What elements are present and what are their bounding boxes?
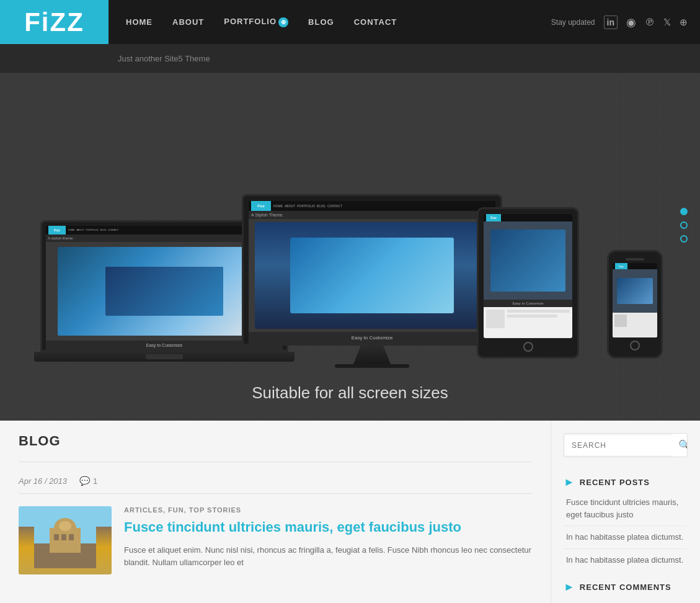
post-text: ARTICLES, FUN, TOP STORIES Fusce tincidu… <box>124 506 532 574</box>
sub-header: Just another Site5 Theme <box>0 44 700 73</box>
svg-point-4 <box>59 521 71 531</box>
search-button[interactable]: 🔍 <box>672 434 688 457</box>
slider-dot-2[interactable] <box>680 221 688 229</box>
comment-icon: 💬 <box>79 476 90 486</box>
blog-section: BLOG Apr 16 / 2013 💬 1 <box>0 421 700 603</box>
social-bar: Stay updated in ◉ ℗ 𝕏 ⊕ <box>551 16 700 29</box>
hero-section: Fizz HOME ABOUT PORTFOLIO BLOG CONTACT A… <box>0 73 700 421</box>
sidebar-divider-1 <box>564 525 688 526</box>
imac-caption: Easy to Customize <box>249 332 495 344</box>
post-categories: ARTICLES, FUN, TOP STORIES <box>124 506 532 514</box>
blog-title: BLOG <box>19 433 532 449</box>
thumbnail-image <box>34 512 96 568</box>
imac-screen: Fizz HOME ABOUT PORTFOLIO BLOG CONTACT A… <box>249 201 495 344</box>
logo-block[interactable]: FiZZ <box>0 0 109 44</box>
svg-rect-6 <box>61 534 66 540</box>
post-heading[interactable]: Fusce tincidunt ultricies mauris, eget f… <box>124 519 532 537</box>
recent-posts-arrow-icon: ► <box>564 476 575 489</box>
sidebar: 🔍 ► RECENT POSTS Fusce tincidunt ultrici… <box>551 421 700 603</box>
nav-contact[interactable]: CONTACT <box>354 17 397 27</box>
iphone-device: Fizz <box>607 250 663 359</box>
twitter-icon[interactable]: 𝕏 <box>663 17 671 28</box>
ipad-device: Fizz Easy to Customize <box>477 207 579 359</box>
recent-posts-section: ► RECENT POSTS Fusce tincidunt ultricies… <box>564 476 688 566</box>
pinterest-icon[interactable]: ℗ <box>645 16 655 28</box>
ipad-screen: Fizz Easy to Customize <box>484 214 572 338</box>
recent-posts-header: ► RECENT POSTS <box>564 476 688 489</box>
search-input[interactable] <box>564 436 672 455</box>
hero-caption: Suitable for all screen sizes <box>252 377 448 415</box>
comment-count: 1 <box>93 476 97 486</box>
dribbble-icon[interactable]: ◉ <box>626 16 636 29</box>
blog-divider <box>19 462 532 462</box>
imac-device: Fizz HOME ABOUT PORTFOLIO BLOG CONTACT A… <box>242 194 502 368</box>
post-date: Apr 16 / 2013 <box>19 476 67 486</box>
nav-portfolio[interactable]: PORTFOLIO⊕ <box>224 17 288 27</box>
post-excerpt: Fusce et aliquet enim. Nunc nisl nisi, r… <box>124 544 532 570</box>
nav-links: HOME ABOUT PORTFOLIO⊕ BLOG CONTACT <box>109 17 551 27</box>
recent-post-1[interactable]: Fusce tincidunt ultricies mauris, eget f… <box>564 496 688 520</box>
linkedin-icon[interactable]: in <box>604 16 618 29</box>
main-navigation: FiZZ HOME ABOUT PORTFOLIO⊕ BLOG CONTACT … <box>0 0 700 44</box>
recent-comments-arrow-icon: ► <box>564 581 575 594</box>
svg-rect-7 <box>69 534 74 540</box>
imac-frame: Fizz HOME ABOUT PORTFOLIO BLOG CONTACT A… <box>242 194 502 346</box>
sidebar-divider-2 <box>564 548 688 549</box>
tagline: Just another Site5 Theme <box>118 54 210 63</box>
ipad-frame: Fizz Easy to Customize <box>477 207 579 359</box>
post-meta-row: Apr 16 / 2013 💬 1 <box>19 468 532 494</box>
post-thumbnail <box>19 506 112 574</box>
logo-text: FiZZ <box>24 7 84 37</box>
recent-post-2[interactable]: In hac habitasse platea dictumst. <box>564 531 688 543</box>
recent-comments-title: RECENT COMMENTS <box>580 583 671 592</box>
stay-updated-label: Stay updated <box>551 18 595 27</box>
nav-blog[interactable]: BLOG <box>308 17 334 27</box>
recent-post-3[interactable]: In hac habitasse platea dictumst. <box>564 554 688 566</box>
nav-home[interactable]: HOME <box>126 17 153 27</box>
svg-rect-8 <box>34 553 96 568</box>
post-comments: 💬 1 <box>79 476 97 486</box>
slider-dot-1[interactable] <box>680 208 688 215</box>
recent-comments-section: ► RECENT COMMENTS <box>564 581 688 594</box>
recent-comments-header: ► RECENT COMMENTS <box>564 581 688 594</box>
device-showcase: Fizz HOME ABOUT PORTFOLIO BLOG CONTACT A… <box>0 73 700 377</box>
post-content: ARTICLES, FUN, TOP STORIES Fusce tincidu… <box>19 494 532 587</box>
rss-icon[interactable]: ⊕ <box>680 17 688 28</box>
slider-dot-3[interactable] <box>680 235 688 243</box>
recent-posts-title: RECENT POSTS <box>580 478 650 487</box>
svg-rect-5 <box>54 534 59 540</box>
portfolio-badge: ⊕ <box>278 17 288 27</box>
iphone-screen: Fizz <box>613 263 657 337</box>
iphone-frame: Fizz <box>607 250 663 359</box>
slider-dots[interactable] <box>680 208 688 243</box>
search-box: 🔍 <box>564 433 688 457</box>
blog-main: BLOG Apr 16 / 2013 💬 1 <box>0 421 551 603</box>
nav-about[interactable]: ABOUT <box>172 17 204 27</box>
